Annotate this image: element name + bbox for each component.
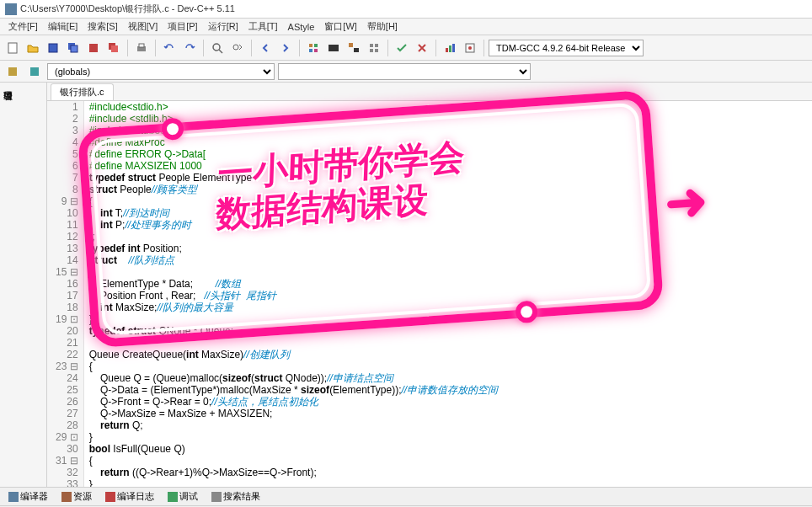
stop-button[interactable] [413,39,431,57]
find-button[interactable] [208,39,227,57]
save-button[interactable] [44,39,62,57]
print-button[interactable] [132,39,151,57]
svg-rect-16 [329,45,339,51]
compile-run-icon [347,41,361,55]
line-gutter: 123456789 ⊟101112131415 ⊟16171819 ⊡20212… [47,101,84,487]
svg-rect-29 [30,67,39,76]
title-bar: C:\Users\Y7000\Desktop\银行排队.c - Dev-C++ … [0,0,812,19]
results-icon [211,492,222,502]
rebuild-button[interactable] [365,39,383,57]
compile-button[interactable] [304,39,323,57]
menu-bar: 文件[F] 编辑[E] 搜索[S] 视图[V] 项目[P] 运行[R] 工具[T… [0,19,812,35]
menu-window[interactable]: 窗口[W] [319,20,362,33]
folder-icon [26,41,40,55]
svg-rect-3 [71,45,77,52]
print-icon [135,41,148,55]
menu-search[interactable]: 搜索[S] [83,20,122,33]
bottom-panel-tabs: 编译器 资源 编译日志 调试 搜索结果 [0,487,812,505]
code-editor[interactable]: 123456789 ⊟101112131415 ⊟16171819 ⊡20212… [47,101,812,487]
tab-search-results[interactable]: 搜索结果 [206,488,265,504]
member-select[interactable] [278,63,531,80]
goto-button[interactable] [461,39,479,57]
close-button[interactable] [84,39,103,57]
compile-run-button[interactable] [345,39,363,57]
tab-debug[interactable]: 调试 [163,488,203,504]
project-sidebar[interactable]: 项目管理 [0,83,47,487]
svg-rect-23 [446,48,448,52]
svg-rect-18 [354,48,359,52]
menu-run[interactable]: 运行[R] [203,20,243,33]
save-all-button[interactable] [64,39,83,57]
menu-edit[interactable]: 编辑[E] [43,20,83,33]
class-icon [6,65,19,78]
cross-icon [415,41,429,55]
window-title: C:\Users\Y7000\Desktop\银行排队.c - Dev-C++ … [20,3,235,15]
svg-point-9 [213,44,220,51]
close-all-icon [107,41,120,55]
tab-compile-log[interactable]: 编译日志 [100,488,159,504]
svg-rect-24 [449,45,451,52]
open-button[interactable] [24,39,42,57]
rebuild-icon [367,41,381,55]
new-class-button[interactable] [3,62,22,81]
svg-point-27 [468,46,472,50]
redo-icon [183,41,196,55]
new-file-button[interactable] [3,39,22,57]
replace-icon [231,41,244,55]
tab-resources[interactable]: 资源 [56,488,97,504]
editor-tabs: 银行排队.c [47,83,812,101]
undo-button[interactable] [160,39,179,57]
menu-astyle[interactable]: AStyle [283,22,320,32]
svg-rect-1 [49,44,57,52]
run-icon [327,41,340,55]
arrow-left-icon [259,41,272,55]
check-icon [395,41,409,55]
search-icon [211,41,224,55]
svg-rect-21 [370,49,373,52]
svg-rect-20 [375,44,378,47]
menu-tools[interactable]: 工具[T] [243,20,283,33]
save-all-icon [67,41,80,55]
save-icon [46,41,60,55]
menu-file[interactable]: 文件[F] [3,20,43,33]
svg-rect-17 [349,43,353,47]
svg-rect-14 [309,49,313,52]
compiler-select[interactable]: TDM-GCC 4.9.2 64-bit Release [489,40,644,56]
func-icon [28,65,41,78]
debug-button[interactable] [393,39,411,57]
svg-rect-15 [314,49,318,52]
compile-icon [307,41,320,55]
undo-icon [163,41,176,55]
debug-icon [168,492,178,502]
svg-rect-22 [375,49,378,52]
app-icon [5,3,17,15]
run-button[interactable] [324,39,343,57]
svg-line-10 [219,50,222,53]
goto-icon [463,41,477,55]
svg-rect-12 [309,44,313,47]
replace-button[interactable] [228,39,247,57]
close-all-button[interactable] [104,39,123,57]
close-icon [87,41,100,55]
toolbar-main: TDM-GCC 4.9.2 64-bit Release [0,35,812,61]
svg-rect-8 [139,44,144,47]
file-tab[interactable]: 银行排队.c [51,83,114,100]
resource-icon [61,492,72,502]
svg-point-11 [233,45,238,50]
scope-select[interactable]: (globals) [47,63,275,80]
forward-button[interactable] [276,39,295,57]
redo-button[interactable] [180,39,199,57]
menu-view[interactable]: 视图[V] [123,20,163,33]
tab-compiler[interactable]: 编译器 [3,488,53,504]
svg-rect-4 [89,44,98,52]
svg-rect-13 [314,44,318,47]
arrow-right-icon [279,41,292,55]
log-icon [105,492,115,502]
menu-project[interactable]: 项目[P] [163,20,202,33]
file-icon [6,41,19,55]
back-button[interactable] [256,39,275,57]
menu-help[interactable]: 帮助[H] [362,20,403,33]
code-lines[interactable]: #include<stdio.h>#include <stdlib.h>#inc… [84,101,498,487]
profile-button[interactable] [441,39,459,57]
goto-func-button[interactable] [25,62,44,81]
